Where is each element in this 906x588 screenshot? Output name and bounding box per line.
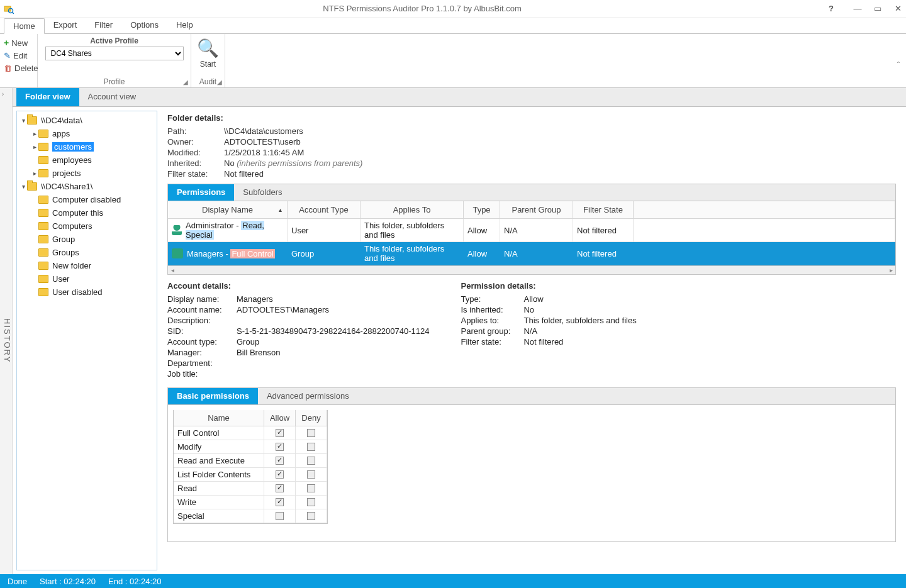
menu-help[interactable]: Help: [167, 18, 202, 33]
maximize-button[interactable]: ▭: [873, 4, 882, 13]
tree-twist-icon[interactable]: [31, 289, 38, 296]
checkbox-icon[interactable]: [307, 457, 315, 465]
tree-node[interactable]: employees: [18, 153, 155, 167]
tree-twist-icon[interactable]: ▸: [31, 130, 38, 137]
perm-col-header[interactable]: Account Type: [288, 201, 361, 219]
tree-twist-icon[interactable]: [31, 236, 38, 243]
tab-subfolders[interactable]: Subfolders: [234, 184, 291, 201]
perm-col-header[interactable]: Applies To: [361, 201, 464, 219]
basic-col-header[interactable]: Allow: [264, 410, 296, 426]
checkbox-icon[interactable]: [276, 457, 284, 465]
basic-perm-allow[interactable]: [264, 426, 296, 440]
tree-node[interactable]: User: [18, 272, 155, 286]
basic-perm-allow[interactable]: [264, 509, 296, 523]
tab-folder-view[interactable]: Folder view: [16, 88, 79, 106]
folder-tree[interactable]: ▾\\DC4\data\▸apps▸customers employees▸pr…: [16, 111, 157, 570]
status-start: Start : 02:24:20: [40, 577, 96, 586]
tree-twist-icon[interactable]: [31, 249, 38, 256]
basic-col-header[interactable]: Name: [174, 410, 264, 426]
tree-node[interactable]: Groups: [18, 246, 155, 259]
tab-advanced-permissions[interactable]: Advanced permissions: [258, 388, 358, 404]
close-button[interactable]: ✕: [893, 4, 902, 13]
audit-group-launcher-icon[interactable]: ◢: [217, 79, 222, 86]
new-profile-button[interactable]: +New: [4, 36, 33, 49]
checkbox-icon[interactable]: [307, 443, 315, 451]
basic-perm-deny[interactable]: [296, 454, 327, 468]
tree-node[interactable]: Computers: [18, 219, 155, 233]
basic-col-header[interactable]: Deny: [296, 410, 327, 426]
scroll-right-icon[interactable]: ▸: [886, 266, 895, 274]
tree-twist-icon[interactable]: [31, 262, 38, 269]
checkbox-icon[interactable]: [307, 484, 315, 492]
checkbox-icon[interactable]: [276, 470, 284, 479]
sort-asc-icon[interactable]: ▴: [279, 206, 282, 213]
tree-twist-icon[interactable]: ▸: [31, 170, 38, 177]
tree-twist-icon[interactable]: ▾: [20, 117, 27, 124]
menu-home[interactable]: Home: [4, 18, 45, 34]
checkbox-icon[interactable]: [276, 443, 284, 451]
tree-node[interactable]: Computer this: [18, 206, 155, 219]
menu-export[interactable]: Export: [45, 18, 86, 33]
perm-col-header[interactable]: Parent Group: [500, 201, 573, 219]
delete-profile-button[interactable]: 🗑Delete: [4, 62, 33, 74]
tree-twist-icon[interactable]: ▸: [31, 143, 38, 150]
tree-node[interactable]: User disabled: [18, 286, 155, 299]
basic-perm-deny[interactable]: [296, 468, 327, 482]
basic-perm-allow[interactable]: [264, 482, 296, 496]
basic-perm-deny[interactable]: [296, 440, 327, 454]
checkbox-icon[interactable]: [307, 512, 315, 520]
basic-perm-allow[interactable]: [264, 454, 296, 468]
basic-perm-deny[interactable]: [296, 426, 327, 440]
tab-permissions[interactable]: Permissions: [168, 184, 234, 201]
start-label[interactable]: Start: [200, 60, 216, 69]
checkbox-icon[interactable]: [276, 498, 284, 506]
tree-twist-icon[interactable]: [31, 157, 38, 164]
tree-node[interactable]: Group: [18, 233, 155, 246]
minimize-button[interactable]: —: [853, 4, 862, 13]
menu-options[interactable]: Options: [121, 18, 167, 33]
tree-node[interactable]: ▸apps: [18, 127, 155, 140]
tree-node[interactable]: Computer disabled: [18, 193, 155, 206]
checkbox-icon[interactable]: [307, 470, 315, 479]
checkbox-icon[interactable]: [276, 484, 284, 492]
tree-twist-icon[interactable]: [31, 209, 38, 216]
basic-perm-deny[interactable]: [296, 509, 327, 523]
tree-node[interactable]: ▾\\DC4\data\: [18, 114, 155, 127]
history-rail[interactable]: › HISTORY: [0, 88, 13, 574]
checkbox-icon[interactable]: [307, 498, 315, 506]
basic-perm-allow[interactable]: [264, 468, 296, 482]
owner-label: Owner:: [167, 137, 224, 147]
tree-twist-icon[interactable]: [31, 223, 38, 230]
perm-col-header[interactable]: Type: [464, 201, 500, 219]
permissions-hscroll[interactable]: ◂▸: [167, 266, 896, 275]
permissions-row[interactable]: Managers - Full ControlGroupThis folder,…: [168, 242, 895, 265]
tab-basic-permissions[interactable]: Basic permissions: [168, 388, 258, 404]
perm-col-header[interactable]: Display Name▴: [168, 201, 288, 219]
basic-perm-deny[interactable]: [296, 496, 327, 509]
tab-account-view[interactable]: Account view: [79, 88, 145, 106]
expand-history-icon[interactable]: ›: [2, 91, 5, 97]
tree-twist-icon[interactable]: [31, 196, 38, 203]
edit-profile-button[interactable]: ✎Edit: [4, 49, 33, 62]
basic-perm-allow[interactable]: [264, 496, 296, 509]
perm-col-header[interactable]: Filter State: [573, 201, 634, 219]
checkbox-icon[interactable]: [276, 512, 284, 520]
basic-perm-deny[interactable]: [296, 482, 327, 496]
profile-group-launcher-icon[interactable]: ◢: [183, 79, 188, 86]
search-icon[interactable]: 🔍: [197, 38, 219, 58]
scroll-left-icon[interactable]: ◂: [168, 266, 177, 274]
checkbox-icon[interactable]: [276, 429, 284, 437]
collapse-ribbon-icon[interactable]: ˆ: [897, 61, 900, 70]
help-button[interactable]: ?: [827, 4, 836, 13]
menu-filter[interactable]: Filter: [86, 18, 121, 33]
tree-node[interactable]: ▸customers: [18, 140, 155, 153]
tree-node[interactable]: New folder: [18, 259, 155, 272]
tree-twist-icon[interactable]: [31, 275, 38, 282]
tree-node[interactable]: ▸projects: [18, 167, 155, 180]
active-profile-select[interactable]: DC4 Shares: [45, 47, 184, 60]
tree-twist-icon[interactable]: ▾: [20, 183, 27, 190]
basic-perm-allow[interactable]: [264, 440, 296, 454]
tree-node[interactable]: ▾\\DC4\Share1\: [18, 180, 155, 193]
checkbox-icon[interactable]: [307, 429, 315, 437]
permissions-row[interactable]: Administrator - Read, SpecialUserThis fo…: [168, 219, 895, 242]
